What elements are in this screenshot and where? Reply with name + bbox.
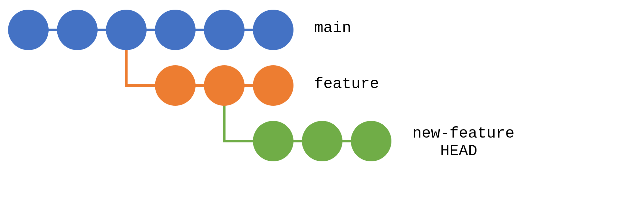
commit-new_feature-2 — [351, 121, 391, 161]
commit-main-2 — [106, 10, 147, 50]
commit-new_feature-0 — [253, 121, 293, 161]
commit-main-3 — [155, 10, 196, 50]
commit-main-4 — [204, 10, 245, 50]
commit-feature-0 — [155, 65, 196, 106]
branch-label-new_feature: new-feature HEAD — [412, 125, 514, 160]
commit-main-1 — [57, 10, 98, 50]
branch-label-feature: feature — [314, 75, 379, 93]
commit-main-5 — [253, 10, 293, 50]
commit-feature-2 — [253, 65, 293, 106]
commit-new_feature-1 — [302, 121, 342, 161]
commit-feature-1 — [204, 65, 245, 106]
commit-main-0 — [8, 10, 49, 50]
git-branch-diagram: mainfeaturenew-feature HEAD — [0, 0, 644, 198]
branch-label-main: main — [314, 19, 351, 37]
